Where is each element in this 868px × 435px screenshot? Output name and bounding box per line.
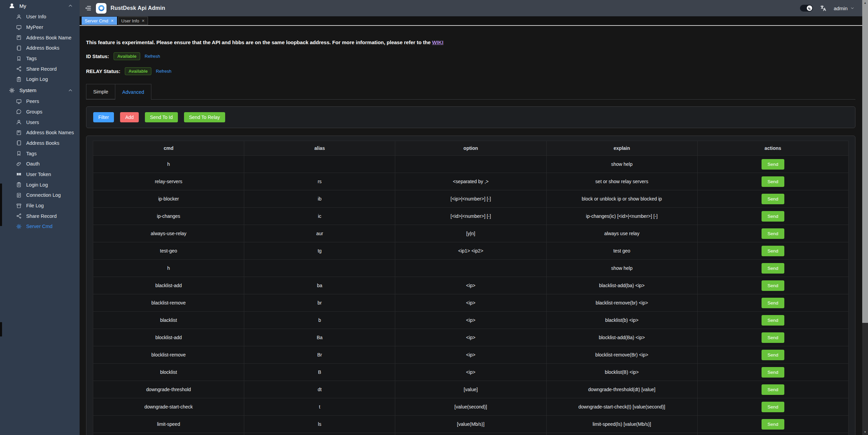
sidebar-item[interactable]: Address Books <box>0 43 80 53</box>
tag-tab[interactable]: User Info ✕ <box>118 17 148 25</box>
explain-cell: show help <box>546 260 697 277</box>
alias-cell: b <box>244 312 395 329</box>
option-cell: <separated by ,> <box>395 173 546 190</box>
actions-cell: Send <box>697 398 848 416</box>
alias-cell: aur <box>244 225 395 242</box>
sidebar-item[interactable]: Tags <box>0 148 80 159</box>
sidebar-item-icon <box>16 109 22 115</box>
explain-cell: test geo <box>546 242 697 260</box>
chevron-up-icon[interactable] <box>67 3 73 9</box>
send-button[interactable]: Send <box>762 332 785 343</box>
send-button[interactable]: Send <box>762 246 785 256</box>
sidebar-item-icon <box>16 35 22 40</box>
explain-cell: block or unblock ip or show blocked ip <box>546 190 697 208</box>
cmd-cell: ip-blocker <box>93 190 244 208</box>
send-button[interactable]: Send <box>762 228 785 239</box>
sidebar-item-icon <box>16 99 22 104</box>
sidebar-item[interactable]: Address Book Name <box>0 32 80 43</box>
sidebar-item[interactable]: File Log <box>0 201 80 211</box>
option-cell: [value] <box>395 381 546 398</box>
filter-button[interactable]: Filter <box>93 112 114 122</box>
sidebar-scrollbar-segment[interactable] <box>0 184 2 226</box>
send-button[interactable]: Send <box>762 263 785 274</box>
cmd-cell: total-bandwidth <box>93 433 244 435</box>
sidebar-collapse-icon[interactable] <box>85 5 91 12</box>
chevron-up-icon[interactable] <box>67 87 73 93</box>
sidebar-item-icon <box>16 203 22 209</box>
sidebar-item[interactable]: Users <box>0 117 80 127</box>
sidebar-item-label: MyPeer <box>26 24 43 30</box>
id-status-label: ID Status: <box>86 54 109 59</box>
sidebar-item[interactable]: Share Record <box>0 64 80 74</box>
sidebar-item[interactable]: Tags <box>0 53 80 64</box>
sidebar-item-label: Address Book Name <box>26 35 71 40</box>
send-button[interactable]: Send <box>762 280 785 291</box>
page-scrollbar[interactable]: ▲ ▼ <box>862 0 868 435</box>
cmd-cell: blocklist-remove <box>93 346 244 364</box>
table-row: total-bandwidth tb [value(Mb/s)] total-b… <box>93 433 849 435</box>
option-cell: <ip> <box>395 294 546 312</box>
translate-icon[interactable] <box>820 5 827 12</box>
sidebar-item[interactable]: Connection Log <box>0 190 80 201</box>
send-button[interactable]: Send <box>762 211 785 222</box>
explain-cell: blacklist-remove(br) <ip> <box>546 294 697 312</box>
sidebar-item-label: File Log <box>26 203 44 208</box>
cmd-cell: blacklist-add <box>93 277 244 294</box>
send-button[interactable]: Send <box>762 298 785 308</box>
send-button[interactable]: Send <box>762 402 785 412</box>
actions-cell: Send <box>697 346 848 364</box>
sidebar-item[interactable]: Address Book Names <box>0 127 80 138</box>
option-cell: [y|n] <box>395 225 546 242</box>
sidebar-item[interactable]: Groups <box>0 107 80 117</box>
scrollbar-thumb[interactable] <box>862 5 868 323</box>
scroll-down-arrow-icon[interactable]: ▼ <box>862 430 868 434</box>
send-button[interactable]: Send <box>762 194 785 204</box>
relay-status-row: RELAY Status: Available Refresh <box>86 67 855 75</box>
wiki-link[interactable]: WIKI <box>432 39 443 45</box>
send-button[interactable]: Send <box>762 384 785 395</box>
sidebar-item[interactable]: User Token <box>0 169 80 180</box>
sidebar-item[interactable]: Address Books <box>0 138 80 149</box>
send-button[interactable]: Send <box>762 350 785 360</box>
sidebar-scrollbar-segment[interactable] <box>0 322 2 336</box>
mode-tabs: Simple Advanced <box>86 84 855 100</box>
sidebar: My User Info MyPeer Address Book Name <box>0 0 80 435</box>
alias-cell: ib <box>244 190 395 208</box>
gear-icon <box>9 87 15 93</box>
send-button[interactable]: Send <box>762 315 785 326</box>
sidebar-group-label: System <box>19 87 36 93</box>
sidebar-item[interactable]: Login Log <box>0 74 80 85</box>
sidebar-item[interactable]: Peers <box>0 96 80 107</box>
add-button[interactable]: Add <box>120 112 139 122</box>
close-tab-icon[interactable]: ✕ <box>141 19 145 23</box>
sidebar-group-header-system[interactable]: System <box>0 85 80 96</box>
sidebar-item[interactable]: Login Log <box>0 179 80 190</box>
close-tab-icon[interactable]: ✕ <box>111 19 114 23</box>
sidebar-item-icon <box>16 192 22 198</box>
send-button[interactable]: Send <box>762 176 785 187</box>
app-header: RustDesk Api Admin admin <box>80 0 862 16</box>
sidebar-item[interactable]: Server Cmd <box>0 221 80 232</box>
user-menu[interactable]: admin <box>834 5 855 11</box>
send-button[interactable]: Send <box>762 367 785 378</box>
sidebar-item[interactable]: User Info <box>0 12 80 22</box>
relay-status-refresh-link[interactable]: Refresh <box>156 69 171 74</box>
scroll-up-arrow-icon[interactable]: ▲ <box>862 0 868 5</box>
sidebar-item[interactable]: Oauth <box>0 159 80 169</box>
send-button[interactable]: Send <box>762 159 785 170</box>
cmd-cell: ip-changes <box>93 208 244 225</box>
tab-advanced[interactable]: Advanced <box>115 84 151 100</box>
send-to-relay-button[interactable]: Send To Relay <box>184 112 225 122</box>
option-cell <box>395 156 546 173</box>
sidebar-item[interactable]: Share Record <box>0 211 80 221</box>
tag-tab[interactable]: Server Cmd ✕ <box>82 17 117 25</box>
sidebar-item-label: Address Book Names <box>26 130 74 135</box>
sidebar-item[interactable]: MyPeer <box>0 22 80 33</box>
tab-simple[interactable]: Simple <box>86 84 115 99</box>
dark-mode-toggle[interactable] <box>800 5 813 12</box>
sidebar-group-header-my[interactable]: My <box>0 0 80 12</box>
send-button[interactable]: Send <box>762 419 785 430</box>
id-status-refresh-link[interactable]: Refresh <box>145 54 160 59</box>
explain-cell: show help <box>546 156 697 173</box>
send-to-id-button[interactable]: Send To Id <box>145 112 178 122</box>
